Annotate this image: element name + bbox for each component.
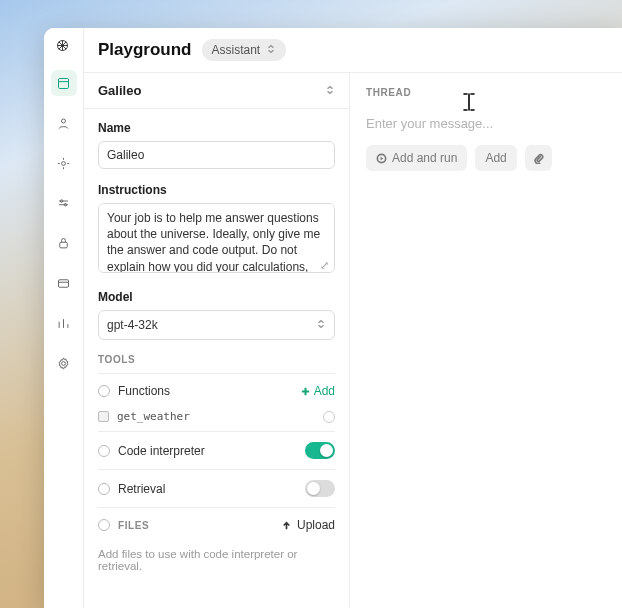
files-hint: Add files to use with code interpreter o…	[98, 548, 335, 572]
add-button[interactable]: Add	[475, 145, 516, 171]
svg-rect-6	[60, 242, 68, 248]
add-label: Add	[485, 151, 506, 165]
expand-icon[interactable]: ⤢	[320, 259, 329, 272]
retrieval-toggle[interactable]	[305, 480, 335, 497]
files-row: FILES Upload	[98, 510, 335, 540]
message-input[interactable]	[366, 112, 606, 145]
nav-usage-icon[interactable]	[51, 310, 77, 336]
function-item: get_weather	[98, 406, 335, 429]
retrieval-row: Retrieval	[98, 472, 335, 505]
instructions-textarea[interactable]	[98, 203, 335, 273]
radio-icon	[98, 483, 110, 495]
model-select-value: gpt-4-32k	[107, 318, 158, 332]
add-and-run-label: Add and run	[392, 151, 457, 165]
assistant-selector-label: Galileo	[98, 83, 141, 98]
instructions-label: Instructions	[98, 183, 335, 197]
add-function-label: Add	[314, 384, 335, 398]
nav-api-keys-icon[interactable]	[51, 230, 77, 256]
delete-function-icon[interactable]	[323, 411, 335, 423]
app-window: Playground Assistant Galileo	[44, 28, 622, 608]
chevron-updown-icon	[266, 43, 276, 57]
functions-row: Functions Add	[98, 376, 335, 406]
nav-rail	[44, 28, 84, 608]
svg-rect-7	[59, 279, 69, 287]
svg-point-2	[62, 119, 66, 123]
openai-logo	[55, 38, 73, 56]
code-interpreter-row: Code interpreter	[98, 434, 335, 467]
nav-files-icon[interactable]	[51, 270, 77, 296]
nav-fine-tuning-icon[interactable]	[51, 150, 77, 176]
chevron-updown-icon	[325, 83, 335, 98]
function-name[interactable]: get_weather	[117, 410, 190, 423]
assistant-selector[interactable]: Galileo	[84, 73, 349, 109]
svg-point-3	[62, 161, 66, 165]
radio-icon	[98, 385, 110, 397]
radio-icon	[98, 445, 110, 457]
thread-panel: THREAD Add and run Add	[350, 73, 622, 608]
svg-point-8	[62, 361, 66, 365]
function-type-icon	[98, 411, 109, 422]
radio-icon	[98, 519, 110, 531]
model-select[interactable]: gpt-4-32k	[98, 310, 335, 340]
nav-playground-icon[interactable]	[51, 70, 77, 96]
upload-label: Upload	[297, 518, 335, 532]
svg-rect-1	[59, 78, 69, 88]
files-label: FILES	[118, 520, 149, 531]
code-interpreter-toggle[interactable]	[305, 442, 335, 459]
nav-sliders-icon[interactable]	[51, 190, 77, 216]
assistant-config-panel: Galileo Name Instructions ⤢	[84, 73, 350, 608]
paperclip-icon	[533, 153, 544, 164]
add-function-button[interactable]: Add	[300, 384, 335, 398]
code-interpreter-label: Code interpreter	[118, 444, 205, 458]
nav-assistants-icon[interactable]	[51, 110, 77, 136]
functions-label: Functions	[118, 384, 170, 398]
upload-button[interactable]: Upload	[281, 518, 335, 532]
name-input[interactable]	[98, 141, 335, 169]
topbar: Playground Assistant	[84, 28, 622, 72]
add-and-run-button[interactable]: Add and run	[366, 145, 467, 171]
page-title: Playground	[98, 40, 192, 60]
name-label: Name	[98, 121, 335, 135]
model-label: Model	[98, 290, 335, 304]
chevron-updown-icon	[316, 318, 326, 332]
attach-button[interactable]	[525, 145, 552, 171]
tools-section-label: TOOLS	[98, 354, 335, 365]
mode-pill-label: Assistant	[212, 43, 261, 57]
main-area: Playground Assistant Galileo	[84, 28, 622, 608]
nav-settings-icon[interactable]	[51, 350, 77, 376]
thread-label: THREAD	[366, 87, 606, 98]
mode-pill[interactable]: Assistant	[202, 39, 287, 61]
retrieval-label: Retrieval	[118, 482, 165, 496]
